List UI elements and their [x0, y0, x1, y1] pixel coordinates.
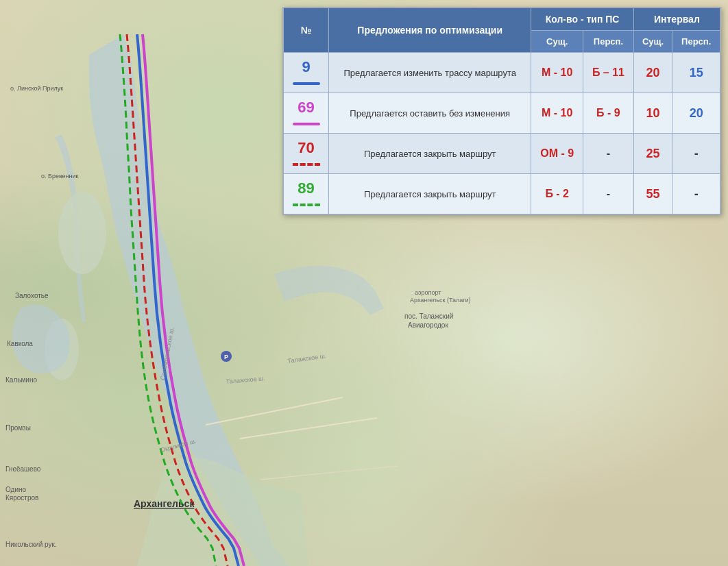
int-sush: 20: [633, 53, 672, 93]
svg-text:Никольский рук.: Никольский рук.: [5, 541, 57, 548]
table-overlay: № Предложения по оптимизации Кол-во - ти…: [282, 7, 721, 215]
svg-text:Кавкола: Кавкола: [7, 340, 33, 347]
int-persp: -: [672, 174, 720, 214]
route-number: 70: [298, 139, 314, 156]
kol-sush: ОМ - 9: [531, 134, 583, 174]
line-indicator-magenta: [293, 123, 320, 125]
kol-persp: -: [583, 174, 634, 214]
col-group-interval: Интервал: [633, 8, 720, 31]
svg-text:Талажское ш.: Талажское ш.: [226, 375, 265, 385]
line-indicator-green: [293, 204, 320, 206]
data-table: № Предложения по оптимизации Кол-во - ти…: [283, 8, 720, 214]
line-indicator-red: [293, 163, 320, 166]
svg-text:Промзы: Промзы: [5, 424, 31, 432]
route-number: 89: [298, 180, 314, 197]
svg-text:Гнеёашево: Гнеёашево: [5, 465, 41, 473]
route-desc: Предлагается закрыть маршрут: [329, 134, 531, 174]
table-row: 70 Предлагается закрыть маршрут ОМ - 9 -…: [284, 134, 720, 174]
svg-text:о. Линской Прилук: о. Линской Прилук: [10, 85, 63, 92]
int-sush: 25: [633, 134, 672, 174]
int-persp: 15: [672, 53, 720, 93]
table-row: 9 Предлагается изменить трассу маршрута …: [284, 53, 720, 93]
kol-persp: -: [583, 134, 634, 174]
svg-text:Залохотье: Залохотье: [15, 292, 49, 299]
svg-text:о. Бревенник: о. Бревенник: [41, 173, 79, 180]
svg-text:Одино: Одино: [5, 486, 27, 493]
subheader-sush2: Сущ.: [633, 31, 672, 53]
route-desc: Предлагается оставить без изменения: [329, 93, 531, 134]
kol-sush: Б - 2: [531, 174, 583, 214]
route-number-cell: 89: [284, 174, 329, 214]
int-persp: 20: [672, 93, 720, 134]
svg-text:Архангельск: Архангельск: [134, 498, 195, 509]
svg-point-0: [58, 192, 106, 274]
line-indicator-blue: [293, 82, 320, 85]
table-row: 89 Предлагается закрыть маршрут Б - 2 - …: [284, 174, 720, 214]
col-header-num: №: [284, 8, 329, 53]
svg-text:Кяростров: Кяростров: [5, 494, 38, 502]
svg-line-4: [240, 418, 377, 439]
svg-text:аэропорт: аэропорт: [415, 289, 441, 296]
subheader-persp2: Персп.: [672, 31, 720, 53]
route-number-cell: 9: [284, 53, 329, 93]
route-number: 9: [302, 58, 310, 75]
route-desc: Предлагается изменить трассу маршрута: [329, 53, 531, 93]
subheader-sush1: Сущ.: [531, 31, 583, 53]
table-row: 69 Предлагается оставить без изменения М…: [284, 93, 720, 134]
kol-sush: М - 10: [531, 53, 583, 93]
svg-text:Кальмино: Кальмино: [5, 376, 37, 384]
svg-line-5: [260, 466, 398, 480]
svg-text:Авиагородок: Авиагородок: [408, 321, 448, 329]
int-persp: -: [672, 134, 720, 174]
kol-persp: Б - 9: [583, 93, 634, 134]
route-number-cell: 70: [284, 134, 329, 174]
svg-text:P: P: [224, 354, 228, 360]
col-header-desc: Предложения по оптимизации: [329, 8, 531, 53]
int-sush: 10: [633, 93, 672, 134]
svg-text:Архангельск (Талаги): Архангельск (Талаги): [410, 297, 471, 304]
int-sush: 55: [633, 174, 672, 214]
kol-persp: Б – 11: [583, 53, 634, 93]
route-desc: Предлагается закрыть маршрут: [329, 174, 531, 214]
svg-text:Талажское ш.: Талажское ш.: [287, 352, 327, 365]
kol-sush: М - 10: [531, 93, 583, 134]
route-number-cell: 69: [284, 93, 329, 134]
col-group-kol: Кол-во - тип ПС: [531, 8, 633, 31]
svg-line-3: [206, 397, 343, 425]
subheader-persp1: Персп.: [583, 31, 634, 53]
route-number: 69: [298, 99, 314, 116]
svg-text:пос. Талажский: пос. Талажский: [404, 312, 453, 320]
